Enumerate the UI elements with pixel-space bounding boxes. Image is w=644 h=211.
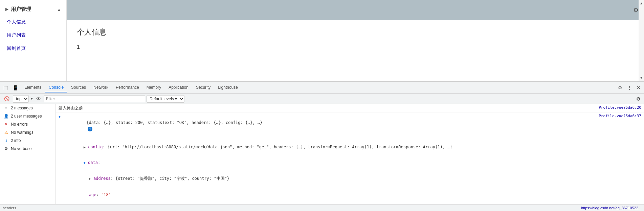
- console-line-2: ▼ {data: {…}, status: 200, statusText: "…: [56, 112, 644, 139]
- devtools-panel: ⬚ 📱 Elements Console Sources Network Per…: [0, 81, 644, 211]
- log-level-select[interactable]: Default levels ▾: [147, 95, 184, 103]
- console-line-1-content: 进入路由之前: [59, 105, 597, 111]
- sidebar-section-header[interactable]: ▶ 用户管理 ▲: [0, 3, 66, 15]
- sidebar-link-home[interactable]: 回到首页: [7, 45, 26, 51]
- filter-info[interactable]: ℹ 2 info: [0, 136, 55, 145]
- filter-messages-label: 2 messages: [11, 106, 33, 110]
- scroll-down-btn[interactable]: ▼: [640, 75, 643, 81]
- devtools-tab-performance[interactable]: Performance: [112, 83, 142, 92]
- console-line-2-content: {data: {…}, status: 200, statusText: "OK…: [62, 113, 597, 138]
- devtools-left-panel: ≡ 2 messages 👤 2 user messages ✕ No erro…: [0, 104, 56, 204]
- console-settings-btn[interactable]: ⚙: [635, 96, 642, 102]
- filter-errors-label: No errors: [11, 122, 28, 127]
- devtools-tab-security[interactable]: Security: [193, 83, 214, 92]
- devtools-more-btn[interactable]: ⋮: [625, 84, 634, 92]
- sidebar-expand-icon: ▶: [5, 7, 8, 12]
- devtools-tab-elements[interactable]: Elements: [21, 83, 45, 92]
- sidebar-section-title: ▶ 用户管理: [5, 6, 31, 13]
- sidebar-item-personal-info[interactable]: 个人信息: [0, 15, 66, 28]
- status-bar: headers https://blog.csdn.net/qq_3671052…: [0, 204, 644, 211]
- warning-icon: ⚠: [3, 130, 9, 135]
- tree-item-age: age: "18": [56, 187, 644, 203]
- chevron-down-icon: ▼: [30, 97, 34, 101]
- info-icon: ℹ: [3, 138, 9, 143]
- page-title: 个人信息: [77, 27, 634, 37]
- devtools-tab-application[interactable]: Application: [165, 83, 192, 92]
- sidebar-item-user-list[interactable]: 用户列表: [0, 28, 66, 42]
- sidebar-item-home[interactable]: 回到首页: [0, 42, 66, 55]
- scroll-up-btn[interactable]: ▲: [640, 1, 643, 6]
- filter-warnings[interactable]: ⚠ No warnings: [0, 128, 55, 136]
- devtools-toolbar-right: ⚙ ⋮ ✕: [616, 84, 643, 92]
- filter-verbose-label: No verbose: [11, 146, 31, 151]
- devtools-tab-lighthouse[interactable]: Lighthouse: [215, 83, 241, 92]
- filter-user-messages-label: 2 user messages: [11, 114, 42, 119]
- user-messages-icon: 👤: [3, 114, 9, 119]
- context-selector[interactable]: top: [13, 95, 29, 103]
- console-toolbar: 🚫 top ▼ 👁 Default levels ▾ ⚙: [0, 94, 644, 104]
- devtools-tab-bar: ⬚ 📱 Elements Console Sources Network Per…: [0, 82, 644, 94]
- devtools-tab-memory[interactable]: Memory: [143, 83, 164, 92]
- content-body: 个人信息 1: [67, 20, 644, 81]
- console-output[interactable]: 进入路由之前 Profile.vue?5da6:20 ▼ {data: {…},…: [56, 104, 644, 204]
- scroll-area: ▲ ▼: [639, 0, 644, 81]
- filter-input[interactable]: [44, 96, 145, 102]
- console-line-2-main: {data: {…}, status: 200, statusText: "OK…: [86, 120, 262, 125]
- filter-errors[interactable]: ✕ No errors: [0, 120, 55, 128]
- devtools-tab-console[interactable]: Console: [45, 83, 67, 92]
- devtools-inspect-btn[interactable]: ⬚: [1, 84, 10, 92]
- tree-item-address[interactable]: ▶ address: {street: "缇香郡", city: "宁波", c…: [56, 170, 644, 187]
- console-line-2-source[interactable]: Profile.vue?5da6:37: [599, 113, 641, 119]
- main-content: ⚙ 个人信息 1 ▲ ▼: [67, 0, 644, 81]
- filter-messages[interactable]: ≡ 2 messages: [0, 104, 55, 112]
- status-bar-text: headers: [3, 206, 16, 210]
- sidebar-link-personal-info[interactable]: 个人信息: [7, 19, 26, 24]
- config-expand-icon[interactable]: ▶: [84, 145, 86, 149]
- sidebar-collapse-icon: ▲: [57, 7, 61, 12]
- console-eye-btn[interactable]: 👁: [35, 96, 42, 102]
- tree-item-data[interactable]: ▼ data:: [56, 155, 644, 170]
- status-bar-url[interactable]: https://blog.csdn.net/qq_36710522...: [581, 206, 641, 210]
- filter-user-messages[interactable]: 👤 2 user messages: [0, 112, 55, 120]
- sidebar: ▶ 用户管理 ▲ 个人信息 用户列表 回到首页: [0, 0, 67, 81]
- devtools-main: ≡ 2 messages 👤 2 user messages ✕ No erro…: [0, 104, 644, 204]
- filter-verbose[interactable]: ⚙ No verbose: [0, 145, 55, 153]
- content-header: ⚙: [67, 0, 644, 20]
- page-value: 1: [77, 44, 634, 50]
- console-line-1-source[interactable]: Profile.vue?5da6:20: [599, 105, 641, 111]
- sidebar-link-user-list[interactable]: 用户列表: [7, 32, 26, 38]
- settings-button[interactable]: ⚙: [633, 6, 639, 14]
- tree-item-links[interactable]: ▶ links: (3) [{…}, {…}, {…}]: [56, 203, 644, 204]
- sidebar-section-label: 用户管理: [11, 6, 31, 13]
- devtools-device-btn[interactable]: 📱: [10, 84, 20, 92]
- expand-arrow-line2[interactable]: ▼: [59, 114, 61, 119]
- verbose-icon: ⚙: [3, 146, 9, 151]
- address-expand-icon[interactable]: ▶: [89, 177, 91, 181]
- devtools-settings-btn[interactable]: ⚙: [616, 84, 624, 92]
- filter-info-label: 2 info: [11, 138, 21, 143]
- info-circle-icon: ℹ: [88, 127, 92, 131]
- devtools-tab-network[interactable]: Network: [90, 83, 112, 92]
- messages-icon: ≡: [3, 106, 9, 110]
- console-line-1: 进入路由之前 Profile.vue?5da6:20: [56, 104, 644, 112]
- devtools-tab-sources[interactable]: Sources: [68, 83, 89, 92]
- devtools-close-btn[interactable]: ✕: [635, 84, 643, 92]
- filter-warnings-label: No warnings: [11, 130, 34, 135]
- data-expand-icon[interactable]: ▼: [84, 161, 86, 165]
- tree-item-config[interactable]: ▶ config: {url: "http://localhost:8080/s…: [56, 139, 644, 155]
- error-icon: ✕: [3, 122, 9, 127]
- console-clear-btn[interactable]: 🚫: [2, 95, 12, 103]
